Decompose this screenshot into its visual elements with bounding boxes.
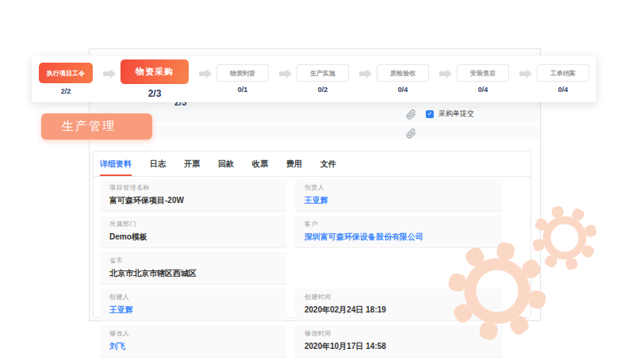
step-execute-work-order: 执行项目工令 2/2 [39, 63, 93, 95]
field-value: 北京市北京市辖区西城区 [109, 268, 278, 279]
owner-link[interactable]: 王亚辉 [304, 195, 493, 206]
field-value: 2020年10月17日 14:58 [304, 341, 493, 352]
workflow-stepper: 执行项目工令 2/2 物资采购 2/3 物资到货 0/1 生产实施 0/2 质检… [32, 56, 596, 102]
field-label: 创建时间 [304, 293, 493, 301]
attachment-row: ✓ 采购单提交 [90, 106, 539, 122]
tab-detail-info[interactable]: 详细资料 [100, 151, 132, 176]
step-button[interactable]: 执行项目工令 [39, 63, 93, 83]
attachment-row [90, 125, 539, 140]
step-button[interactable]: 生产实施 [297, 64, 349, 82]
field-project-name: 项目管理名称 富可森环保项目-20W [100, 179, 287, 212]
step-count: 0/1 [238, 86, 248, 94]
checkbox-label: 采购单提交 [438, 109, 474, 119]
customer-link[interactable]: 深圳富可森环保设备股份有限公司 [304, 232, 493, 243]
field-department: 所属部门 Demo模板 [100, 216, 287, 248]
field-label: 修改时间 [304, 329, 493, 338]
creator-link[interactable]: 王亚辉 [109, 305, 278, 316]
step-work-order-close: 工单结案 0/4 [537, 64, 589, 94]
field-region: 省市 北京市北京市辖区西城区 [100, 252, 287, 285]
field-created-time: 创建时间 2020年02月24日 18:19 [295, 289, 503, 321]
paperclip-icon[interactable] [406, 109, 416, 119]
field-label: 修改人 [109, 329, 278, 338]
field-value: 富可森环保项目-20W [109, 195, 278, 206]
field-label: 项目管理名称 [109, 183, 278, 192]
field-customer: 客户 深圳富可森环保设备股份有限公司 [295, 216, 503, 248]
arrow-right-icon [519, 71, 527, 76]
badge-label: 生产管理 [62, 119, 116, 134]
field-value: 2020年02月24日 18:19 [304, 305, 493, 316]
step-quality-check: 质检验收 0/4 [377, 64, 429, 94]
step-install-aftersale: 安装售后 0/4 [457, 64, 509, 94]
tab-expense[interactable]: 费用 [286, 151, 302, 176]
field-modified-time: 修改时间 2020年10月17日 14:58 [295, 325, 503, 358]
detail-card: 详细资料 日志 开票 回款 收票 费用 文件 项目管理名称 富可森环保项目-20… [93, 151, 531, 318]
field-label: 负责人 [304, 183, 493, 192]
step-button[interactable]: 物资到货 [216, 64, 269, 82]
step-button[interactable]: 安装售后 [457, 64, 509, 82]
arrow-right-icon [359, 71, 366, 76]
arrow-right-icon [439, 71, 446, 76]
step-material-arrival: 物资到货 0/1 [216, 64, 269, 94]
tab-invoice[interactable]: 开票 [184, 151, 200, 176]
tab-files[interactable]: 文件 [320, 151, 336, 176]
production-management-badge: 生产管理 [41, 113, 152, 140]
field-creator: 创建人 王亚辉 [100, 289, 287, 321]
step-button[interactable]: 物资采购 [121, 59, 189, 84]
paperclip-icon[interactable] [406, 128, 416, 138]
step-count: 2/2 [61, 87, 71, 95]
field-label: 创建人 [109, 293, 278, 301]
field-value: Demo模板 [109, 232, 278, 243]
field-modifier: 修改人 刘飞 [100, 325, 287, 358]
step-count: 0/4 [398, 86, 408, 94]
step-count: 0/2 [318, 86, 328, 94]
step-production: 生产实施 0/2 [297, 64, 349, 94]
step-count: 2/3 [148, 88, 162, 99]
step-button[interactable]: 工单结案 [537, 64, 589, 82]
arrow-right-icon [103, 71, 110, 76]
detail-tabs: 详细资料 日志 开票 回款 收票 费用 文件 [94, 151, 530, 177]
field-label: 客户 [304, 220, 493, 228]
tab-log[interactable]: 日志 [150, 151, 166, 176]
field-owner: 负责人 王亚辉 [295, 179, 503, 212]
checkbox-check-icon: ✓ [426, 110, 434, 118]
arrow-right-icon [279, 71, 286, 76]
step-material-purchase: 物资采购 2/3 [121, 59, 189, 99]
tab-receipt[interactable]: 收票 [252, 151, 268, 176]
step-button[interactable]: 质检验收 [377, 64, 429, 82]
field-label: 所属部门 [109, 220, 278, 228]
purchase-submit-checkbox[interactable]: ✓ 采购单提交 [426, 109, 474, 119]
field-grid: 项目管理名称 富可森环保项目-20W 负责人 王亚辉 所属部门 Demo模板 客… [94, 177, 530, 358]
tab-payment[interactable]: 回款 [218, 151, 234, 176]
field-label: 省市 [109, 256, 278, 265]
arrow-right-icon [199, 71, 206, 76]
modifier-link[interactable]: 刘飞 [109, 341, 278, 352]
step-count: 0/4 [478, 86, 488, 94]
field-empty [295, 252, 503, 285]
step-count: 0/4 [558, 86, 569, 94]
